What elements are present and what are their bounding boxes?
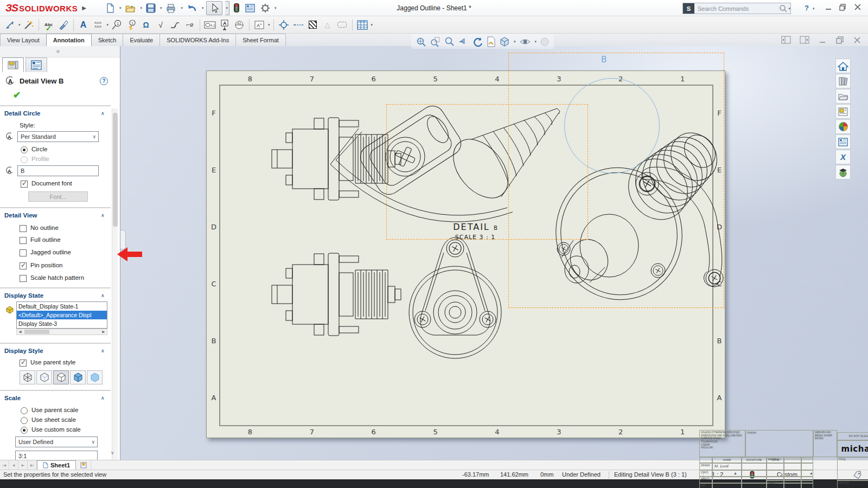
display-state-item[interactable]: Display State-3 bbox=[17, 319, 107, 328]
tab-evaluate[interactable]: Evaluate bbox=[123, 34, 160, 46]
display-state-item-selected[interactable]: <Default>_Appearance Displ bbox=[17, 311, 107, 319]
display-style-icon[interactable] bbox=[499, 36, 510, 47]
prev-sheet-icon[interactable]: ◀ bbox=[9, 460, 18, 470]
undo-button[interactable] bbox=[185, 1, 199, 15]
shaded-style-button[interactable] bbox=[87, 370, 103, 384]
menu-expander-icon[interactable]: ▶ bbox=[82, 5, 86, 11]
display-state-hscrollbar[interactable]: ◀▶ bbox=[16, 329, 107, 335]
new-document-button[interactable] bbox=[104, 1, 117, 15]
hidden-lines-removed-style-button[interactable] bbox=[53, 370, 69, 384]
search-commands-box[interactable]: S Search Commands ▾ bbox=[682, 3, 791, 14]
scale-type-dropdown[interactable]: User Defined∨ bbox=[15, 436, 98, 447]
search-input[interactable]: Search Commands bbox=[694, 5, 779, 12]
drawing-view-side-top[interactable] bbox=[272, 118, 401, 200]
revision-cloud-icon[interactable] bbox=[336, 18, 349, 32]
section-detail-view[interactable]: Detail View bbox=[4, 212, 37, 219]
center-mark-icon[interactable] bbox=[277, 18, 290, 32]
detail-letter-input[interactable]: B bbox=[17, 165, 99, 176]
note-icon[interactable]: A bbox=[77, 18, 90, 32]
format-painter-icon[interactable] bbox=[57, 18, 70, 32]
scroll-left-icon[interactable]: ◀ bbox=[17, 330, 23, 334]
scale-hatch-checkbox[interactable] bbox=[20, 275, 27, 282]
pin-position-checkbox[interactable] bbox=[20, 262, 27, 269]
spell-checker-icon[interactable]: Abc✓ bbox=[42, 18, 55, 32]
drawing-view-side-bottom[interactable] bbox=[272, 253, 401, 336]
display-state-list[interactable]: Default_Display State-1 <Default>_Appear… bbox=[16, 301, 107, 329]
display-state-item[interactable]: Default_Display State-1 bbox=[17, 302, 107, 311]
note-area-icon[interactable]: A° bbox=[253, 18, 266, 32]
use-sheet-scale-radio[interactable] bbox=[21, 417, 28, 424]
hide-show-items-icon[interactable] bbox=[519, 37, 531, 46]
scrollbar-thumb[interactable] bbox=[24, 330, 49, 334]
help-button[interactable]: ? bbox=[805, 4, 809, 12]
jagged-outline-checkbox[interactable] bbox=[20, 249, 27, 256]
panel-resize-strip[interactable] bbox=[0, 46, 120, 57]
shaded-with-edges-style-button[interactable] bbox=[70, 370, 86, 384]
scroll-down-icon[interactable]: ∨ bbox=[111, 450, 114, 455]
weld-symbol-icon[interactable] bbox=[169, 18, 182, 32]
use-parent-scale-radio[interactable] bbox=[21, 407, 28, 414]
document-font-checkbox[interactable] bbox=[21, 181, 28, 188]
rotate-view-icon[interactable] bbox=[472, 36, 483, 47]
minimize-button[interactable] bbox=[825, 3, 832, 11]
ok-button[interactable]: ✔ bbox=[13, 89, 21, 101]
use-parent-style-checkbox[interactable] bbox=[20, 359, 27, 367]
drawing-view-front[interactable] bbox=[409, 237, 501, 358]
collapse-chevron-icon[interactable]: ∧ bbox=[101, 348, 105, 354]
pane-left-icon[interactable] bbox=[781, 36, 791, 44]
search-caret[interactable]: ▾ bbox=[788, 7, 790, 11]
revision-symbol-icon[interactable]: 0.1 bbox=[203, 18, 216, 32]
close-button[interactable] bbox=[854, 3, 861, 11]
tab-view-layout[interactable]: View Layout bbox=[0, 34, 47, 46]
zoom-to-fit-icon[interactable] bbox=[416, 36, 426, 47]
note-area-caret[interactable]: ▾ bbox=[268, 23, 270, 27]
section-detail-circle[interactable]: Detail Circle bbox=[4, 110, 40, 117]
solidworks-forum-icon[interactable]: X bbox=[835, 150, 851, 164]
collapse-chevron-icon[interactable]: ∧ bbox=[101, 111, 105, 116]
style-dropdown[interactable]: Per Standard∨ bbox=[17, 131, 99, 142]
collapse-chevron-icon[interactable]: ∧ bbox=[101, 395, 105, 401]
open-caret[interactable]: ▾ bbox=[140, 6, 142, 10]
custom-scale-input[interactable]: 3:1 bbox=[15, 451, 98, 460]
design-library-icon[interactable] bbox=[835, 74, 851, 88]
doc-close-icon[interactable] bbox=[853, 36, 861, 44]
status-lights-icon[interactable] bbox=[232, 1, 241, 15]
no-outline-checkbox[interactable] bbox=[20, 225, 27, 232]
magnetic-line-icon[interactable]: Ω bbox=[139, 18, 152, 32]
property-manager-tab[interactable] bbox=[2, 57, 24, 72]
select-tool-caret[interactable]: ▾ bbox=[225, 1, 230, 15]
tab-sheet-format[interactable]: Sheet Format bbox=[235, 34, 286, 46]
scroll-right-icon[interactable]: ▶ bbox=[100, 330, 107, 334]
smart-dimension-caret[interactable]: ▾ bbox=[18, 23, 21, 27]
hidden-lines-visible-style-button[interactable] bbox=[36, 370, 52, 384]
balloon-icon[interactable]: 1 bbox=[110, 18, 123, 32]
scrollbar-thumb[interactable] bbox=[113, 113, 118, 227]
previous-view-icon[interactable] bbox=[458, 36, 469, 47]
hole-callout-icon[interactable]: ⌐⌀ bbox=[183, 18, 196, 32]
collapse-chevron-icon[interactable]: ∧ bbox=[101, 293, 105, 298]
hide-show-caret[interactable]: ▾ bbox=[535, 40, 537, 44]
options-caret[interactable]: ▾ bbox=[275, 6, 277, 10]
next-sheet-icon[interactable]: ▶ bbox=[18, 460, 28, 470]
area-hatch-fill-icon[interactable] bbox=[307, 18, 320, 32]
search-icon[interactable] bbox=[779, 4, 788, 13]
full-outline-checkbox[interactable] bbox=[20, 237, 27, 244]
configuration-manager-tab[interactable] bbox=[25, 57, 47, 72]
print-caret[interactable]: ▾ bbox=[181, 6, 183, 10]
tab-sketch[interactable]: Sketch bbox=[91, 34, 124, 46]
surface-finish-icon[interactable]: √ bbox=[154, 18, 167, 32]
collapse-chevron-icon[interactable]: ∧ bbox=[101, 213, 105, 218]
section-display-style[interactable]: Display Style bbox=[4, 348, 43, 354]
tab-annotation[interactable]: Annotation bbox=[46, 34, 92, 46]
model-items-icon[interactable] bbox=[22, 18, 35, 32]
add-sheet-tab[interactable] bbox=[76, 460, 91, 470]
print-button[interactable] bbox=[164, 1, 178, 15]
first-sheet-icon[interactable]: |◀ bbox=[0, 460, 9, 470]
save-caret[interactable]: ▾ bbox=[160, 6, 162, 10]
panel-splitter-handle[interactable] bbox=[120, 230, 126, 249]
file-explorer-icon[interactable] bbox=[835, 89, 851, 104]
home-icon[interactable] bbox=[835, 59, 851, 73]
tab-solidworks-add-ins[interactable]: SOLIDWORKS Add-Ins bbox=[159, 34, 236, 46]
design-binder-button[interactable] bbox=[244, 1, 257, 15]
datum-target-icon[interactable]: A1 bbox=[233, 18, 246, 32]
